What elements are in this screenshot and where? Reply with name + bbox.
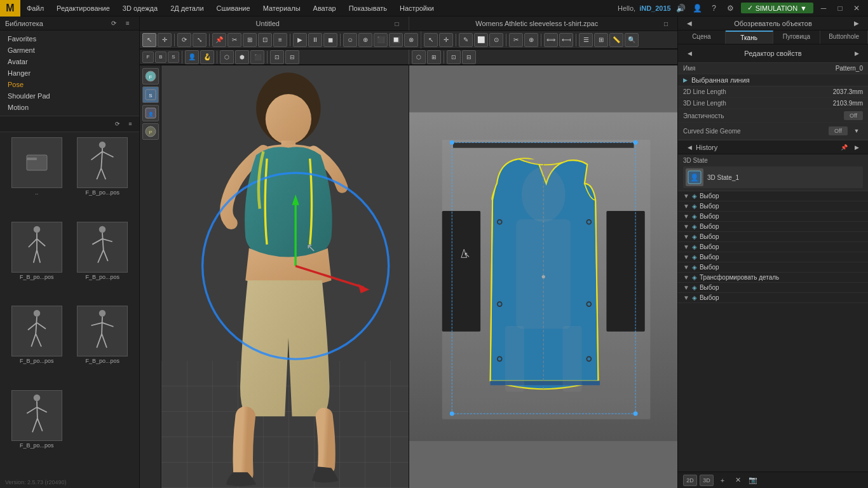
tb3-sym-btn[interactable]: ⊡ [270,50,284,64]
tb-garment-btn[interactable]: ≡ [273,33,287,47]
history-item-7[interactable]: ▼ ◈ Выбор [678,262,868,273]
tb-trans-btn[interactable]: ⬛ [374,33,388,47]
tab-button[interactable]: Пуговица [773,30,821,44]
tab-buttonhole[interactable]: Buttonhole [820,30,868,44]
tb-select-btn[interactable]: ↖ [142,33,156,47]
hist-camera-btn[interactable]: 📷 [747,474,759,487]
nav-avatar[interactable]: Avatar [0,56,139,67]
history-item-9[interactable]: ▼ ◈ Выбор [678,283,868,293]
list-item[interactable]: F_B_po...pos [5,306,69,388]
tb2-cut-btn[interactable]: ✂ [509,33,523,47]
nav-favorites[interactable]: Favorites [0,33,139,44]
tb3-texture-btn[interactable]: ⬛ [250,50,264,64]
3d-viewport[interactable]: F S 👤 P [140,65,409,488]
tb-rotate-btn[interactable]: ⟳ [177,33,191,47]
list-item[interactable]: F_B_po...pos [5,222,69,304]
library-refresh-icon[interactable]: ⟳ [107,17,120,30]
3d-cam-persp[interactable]: P [142,123,159,140]
3d-viewport-expand[interactable]: □ [391,17,403,30]
tb-fold-btn[interactable]: ⊡ [258,33,272,47]
tb3-back-btn[interactable]: B [155,51,166,63]
tb2-zoom-btn[interactable]: 🔍 [625,33,639,47]
nav-shoulder-pad[interactable]: Shoulder Pad [0,90,139,102]
tb4-move-btn[interactable]: ⬡ [412,50,426,64]
history-item-6[interactable]: ▼ ◈ Выбор [678,252,868,262]
history-collapse-icon[interactable]: ◀ [683,141,696,154]
simulation-button[interactable]: ✓ SIMULATION ▼ [741,3,813,13]
tb-tuck-btn[interactable]: ⊞ [243,33,257,47]
elasticity-toggle-btn[interactable]: Off [844,111,863,120]
tb-sim2-btn[interactable]: ⏸ [308,33,322,47]
3d-cam-side[interactable]: S [142,86,159,103]
list-item[interactable]: F_B_po...pos [71,222,135,304]
menu-2d[interactable]: 2Д детали [164,0,210,17]
hist-3d-view-btn[interactable]: 3D [700,475,714,486]
tb2-circle-btn[interactable]: ⊙ [489,33,503,47]
history-item-5[interactable]: ▼ ◈ Выбор [678,242,868,252]
history-item-10[interactable]: ▼ ◈ Выбор [678,293,868,303]
hist-add-btn[interactable]: + [716,474,729,487]
tb-view2-btn[interactable]: ⊗ [404,33,418,47]
menu-file[interactable]: Файл [20,0,50,17]
tb4-snap-btn[interactable]: ⊟ [462,50,476,64]
history-item-1[interactable]: ▼ ◈ Выбор [678,201,868,212]
3d-cam-top[interactable]: 👤 [142,105,159,121]
library-nav-back[interactable]: ⟳ [111,118,124,130]
history-item-0[interactable]: ▼ ◈ Выбор [678,191,868,201]
tb3-front-btn[interactable]: F [142,51,154,63]
tb3-wire-btn[interactable]: ⬡ [220,50,234,64]
close-btn[interactable]: ✕ [850,2,863,15]
tb-sew-btn[interactable]: ✂ [227,33,241,47]
settings-icon[interactable]: ⚙ [724,2,737,15]
tb2-grid-btn[interactable]: ⊞ [594,33,608,47]
list-item[interactable]: F_B_po...pos [71,137,135,219]
list-item[interactable]: F_B_po...pos [5,390,69,472]
menu-edit[interactable]: Редактирование [50,0,116,17]
tb-scale-btn[interactable]: ⤡ [193,33,207,47]
curved-toggle-btn[interactable]: Off [829,126,848,135]
tb3-hanger-btn[interactable]: 🪝 [200,50,214,64]
tb3-side-btn[interactable]: S [168,51,179,63]
tb-obj-btn[interactable]: ⊕ [358,33,372,47]
tb-sim3-btn[interactable]: ◼ [323,33,337,47]
menu-avatar[interactable]: Аватар [307,0,342,17]
tb-emoji-btn[interactable]: ☺ [343,33,357,47]
tb4-scale-btn[interactable]: ⊞ [427,50,441,64]
ob-back-icon[interactable]: ◀ [683,17,696,30]
tb2-arrange-btn[interactable]: ☰ [579,33,593,47]
library-grid-view[interactable]: ≡ [124,118,137,130]
user-icon[interactable]: 👤 [691,2,704,15]
history-item-8[interactable]: ▼ ◈ Трансформировать деталь [678,273,868,283]
tab-fabric[interactable]: Ткань [726,30,773,44]
nav-garment[interactable]: Garment [0,44,139,56]
menu-3d[interactable]: 3D одежда [116,0,164,17]
tb3-bond-btn[interactable]: ⊟ [285,50,299,64]
tb2-rect-btn[interactable]: ⬜ [474,33,488,47]
state-item[interactable]: 👤 3D State_1 [683,166,863,188]
menu-settings[interactable]: Настройки [393,0,440,17]
sound-icon[interactable]: 🔊 [675,2,688,15]
curved-dropdown-icon[interactable]: ▼ [850,125,863,137]
nav-pose[interactable]: Pose [0,79,139,90]
tb3-person-btn[interactable]: 👤 [185,50,199,64]
tb-sim-btn[interactable]: ▶ [293,33,307,47]
menu-sew[interactable]: Сшивание [210,0,257,17]
history-pin-icon[interactable]: 📌 [837,141,850,154]
tb2-flip-btn[interactable]: ⟻ [559,33,573,47]
3d-cam-front[interactable]: F [142,68,159,85]
history-expand-icon[interactable]: ▶ [850,141,863,154]
tb4-grid-btn[interactable]: ⊡ [447,50,461,64]
tb2-select-btn[interactable]: ↖ [424,33,438,47]
minimize-btn[interactable]: ─ [817,2,830,15]
nav-motion[interactable]: Motion [0,102,139,113]
history-item-3[interactable]: ▼ ◈ Выбор [678,222,868,232]
menu-show[interactable]: Показывать [342,0,393,17]
2d-viewport[interactable]: ↖ [409,65,678,488]
tb-pin-btn[interactable]: 📌 [212,33,226,47]
list-item[interactable]: F_B_po...pos [71,306,135,388]
history-item-2[interactable]: ▼ ◈ Выбор [678,212,868,222]
menu-materials[interactable]: Материалы [257,0,307,17]
prop-collapse-icon[interactable]: ◀ [683,47,696,60]
tb3-solid-btn[interactable]: ⬢ [235,50,249,64]
nav-hanger[interactable]: Hanger [0,67,139,79]
